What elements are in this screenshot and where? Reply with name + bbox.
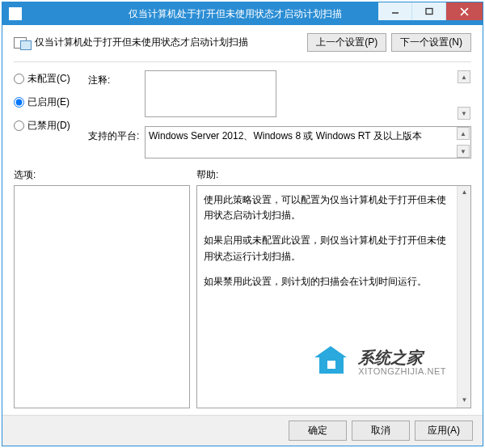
help-paragraph: 如果启用或未配置此设置，则仅当计算机处于打开但未使用状态运行计划扫描。	[204, 233, 453, 264]
radio-disabled[interactable]: 已禁用(D)	[14, 119, 78, 133]
comment-textarea[interactable]	[145, 70, 276, 117]
scroll-down-icon[interactable]: ▼	[458, 394, 471, 408]
policy-icon	[14, 36, 30, 50]
help-paragraph: 使用此策略设置，可以配置为仅当计算机处于打开但未使用状态启动计划扫描。	[204, 192, 453, 223]
scroll-down-icon[interactable]: ▼	[458, 107, 470, 120]
prev-setting-button[interactable]: 上一个设置(P)	[307, 33, 386, 52]
nav-buttons: 上一个设置(P) 下一个设置(N)	[307, 33, 471, 52]
radio-disabled-input[interactable]	[14, 120, 24, 131]
radio-not-configured-label: 未配置(C)	[27, 72, 70, 86]
platforms-box: Windows Server 2012、Windows 8 或 Windows …	[145, 126, 471, 158]
help-panel: 使用此策略设置，可以配置为仅当计算机处于打开但未使用状态启动计划扫描。 如果启用…	[196, 185, 471, 408]
maximize-button[interactable]	[412, 2, 446, 20]
scroll-up-icon[interactable]: ▲	[458, 186, 471, 200]
window-controls	[378, 2, 483, 20]
next-setting-button[interactable]: 下一个设置(N)	[391, 33, 471, 52]
scrollbar[interactable]: ▲ ▼	[457, 186, 470, 408]
radio-not-configured[interactable]: 未配置(C)	[14, 72, 78, 86]
svg-rect-1	[426, 9, 432, 15]
scroll-down-icon[interactable]: ▼	[457, 145, 470, 158]
help-label: 帮助:	[196, 168, 471, 182]
help-paragraph: 如果禁用此设置，则计划的扫描会在计划时间运行。	[204, 274, 453, 290]
policy-title: 仅当计算机处于打开但未使用状态才启动计划扫描	[35, 36, 248, 49]
panel-labels: 选项: 帮助:	[14, 168, 471, 182]
radio-not-configured-input[interactable]	[14, 74, 24, 84]
platforms-row: 支持的平台: Windows Server 2012、Windows 8 或 W…	[88, 126, 471, 158]
dialog-window: 仅当计算机处于打开但未使用状态才启动计划扫描 仅当计算机处于打开但未使用状态才启…	[2, 2, 483, 446]
radio-enabled[interactable]: 已启用(E)	[14, 95, 78, 109]
close-button[interactable]	[446, 2, 483, 20]
platforms-text: Windows Server 2012、Windows 8 或 Windows …	[149, 130, 422, 142]
comment-row: 注释: ▲ ▼	[88, 70, 471, 120]
config-row: 未配置(C) 已启用(E) 已禁用(D) 注释: ▲ ▼	[14, 70, 471, 158]
comment-label: 注释:	[88, 70, 140, 87]
fields-column: 注释: ▲ ▼ 支持的平台: Windows Server 2012、Windo…	[88, 70, 471, 158]
scroll-up-icon[interactable]: ▲	[457, 127, 470, 140]
content-area: 仅当计算机处于打开但未使用状态才启动计划扫描 上一个设置(P) 下一个设置(N)…	[2, 25, 483, 415]
panels: 使用此策略设置，可以配置为仅当计算机处于打开但未使用状态启动计划扫描。 如果启用…	[14, 185, 471, 408]
apply-button[interactable]: 应用(A)	[415, 421, 473, 441]
platforms-label: 支持的平台:	[88, 126, 140, 143]
radio-enabled-label: 已启用(E)	[27, 95, 70, 109]
ok-button[interactable]: 确定	[289, 421, 347, 441]
divider	[14, 61, 471, 62]
footer: 确定 取消 应用(A)	[2, 415, 483, 446]
app-icon	[9, 7, 22, 20]
titlebar: 仅当计算机处于打开但未使用状态才启动计划扫描	[2, 2, 483, 25]
cancel-button[interactable]: 取消	[352, 421, 410, 441]
options-panel	[14, 185, 190, 408]
radio-disabled-label: 已禁用(D)	[27, 119, 70, 133]
options-label: 选项:	[14, 168, 196, 182]
header-row: 仅当计算机处于打开但未使用状态才启动计划扫描 上一个设置(P) 下一个设置(N)	[14, 33, 471, 52]
radio-enabled-input[interactable]	[14, 97, 24, 108]
minimize-button[interactable]	[378, 2, 412, 20]
scroll-up-icon[interactable]: ▲	[458, 70, 470, 83]
state-radio-group: 未配置(C) 已启用(E) 已禁用(D)	[14, 70, 78, 158]
